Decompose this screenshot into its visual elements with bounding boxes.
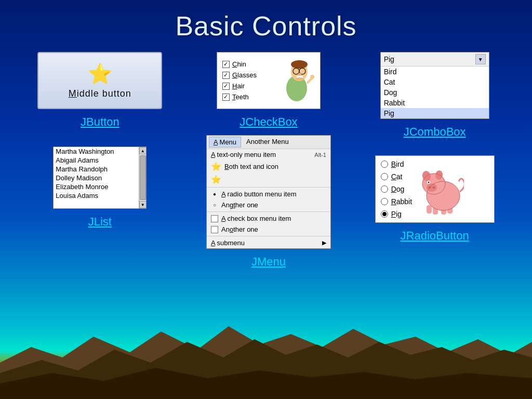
person-illustration <box>278 57 315 104</box>
pig-illustration <box>417 161 464 218</box>
jmenu-separator-1 <box>207 187 330 188</box>
jmenu-separator-3 <box>207 236 330 236</box>
submenu-arrow-icon: ▶ <box>322 240 326 246</box>
jcombobox-item-pig[interactable]: Pig <box>381 108 489 118</box>
svg-point-22 <box>428 182 430 183</box>
jmenu-separator-2 <box>207 211 330 212</box>
jmenu-bar: A Menu Another Menu <box>207 136 330 149</box>
jlist-scrollbar[interactable]: ▲ ▼ <box>139 147 146 208</box>
jbutton-text: Middle button <box>69 88 131 99</box>
checkbox-item-glasses[interactable]: Glasses <box>222 71 257 79</box>
radio-bird <box>381 161 388 168</box>
radio-dog <box>381 185 388 193</box>
jmenu-bar-item-another[interactable]: Another Menu <box>242 137 293 148</box>
radio-item-rabbit[interactable]: Rabbit <box>381 197 412 206</box>
jmenu-item-submenu[interactable]: A submenu ▶ <box>207 237 330 248</box>
radio-list: Bird Cat Dog Rabbit Pig <box>381 160 412 218</box>
jlist-label: JList <box>88 215 112 229</box>
jbutton-label: JButton <box>81 115 119 129</box>
jmenu-checkbox-2 <box>211 226 218 233</box>
jlist-widget[interactable]: Martha Washington Abigail Adams Martha R… <box>53 147 147 209</box>
radio-item-bird[interactable]: Bird <box>381 160 412 168</box>
svg-point-18 <box>427 183 437 192</box>
radio-item-dog[interactable]: Dog <box>381 185 412 193</box>
checkbox-glasses[interactable] <box>222 72 230 79</box>
jcombobox-item-rabbit[interactable]: Rabbit <box>381 98 489 108</box>
list-item[interactable]: Dolley Madison <box>54 174 139 182</box>
jcombobox-header: Pig ▼ <box>381 52 489 66</box>
jmenu-checkbox-1 <box>211 215 218 222</box>
middle-column: Chin Glasses Hair Teeth <box>206 52 331 269</box>
jcombobox-item-bird[interactable]: Bird <box>381 66 489 77</box>
radio-item-cat[interactable]: Cat <box>381 172 412 181</box>
jcheckbox-label: JCheckBox <box>240 115 297 129</box>
page-title: Basic Controls <box>0 0 532 47</box>
jmenu-label: JMenu <box>251 255 286 269</box>
jbutton-star-icon: ⭐ <box>88 62 112 85</box>
list-item[interactable]: Martha Randolph <box>54 165 139 174</box>
right-column: Pig ▼ Bird Cat Dog Rabbit Pig JComboBox … <box>375 52 495 243</box>
list-item[interactable]: Elizabeth Monroe <box>54 182 139 191</box>
jcombobox-list: Bird Cat Dog Rabbit Pig <box>381 66 489 118</box>
checkbox-item-hair[interactable]: Hair <box>222 82 257 90</box>
svg-point-11 <box>296 77 304 81</box>
jcombobox-label: JComboBox <box>404 125 466 139</box>
jmenu-item-radio-1[interactable]: A radio button menu item <box>207 189 330 200</box>
jmenu-item-checkbox-2[interactable]: Another one <box>207 224 330 235</box>
checkbox-chin[interactable] <box>222 61 230 68</box>
jmenu-item-text-only[interactable]: A text-only menu item Alt-1 <box>207 149 330 160</box>
star-icon-2: ⭐ <box>211 175 221 184</box>
checkbox-teeth[interactable] <box>222 94 230 101</box>
jmenu-radio-filled <box>211 191 218 198</box>
jcombobox-item-cat[interactable]: Cat <box>381 77 489 87</box>
jcombobox-dropdown-button[interactable]: ▼ <box>475 54 486 64</box>
checkbox-item-teeth[interactable]: Teeth <box>222 93 257 101</box>
svg-point-20 <box>433 187 435 189</box>
jcombobox-selected: Pig <box>384 55 473 63</box>
scrollbar-up-button[interactable]: ▲ <box>139 147 147 154</box>
list-item[interactable]: Louisa Adams <box>54 191 139 200</box>
scrollbar-thumb[interactable] <box>140 155 146 200</box>
radio-item-pig[interactable]: Pig <box>381 210 412 218</box>
jcombobox-item-dog[interactable]: Dog <box>381 87 489 98</box>
jcombobox-widget[interactable]: Pig ▼ Bird Cat Dog Rabbit Pig <box>380 52 489 119</box>
radio-cat <box>381 173 388 180</box>
jradio-label: JRadioButton <box>401 229 469 243</box>
jmenu-item-checkbox-1[interactable]: A check box menu item <box>207 213 330 224</box>
jcheckbox-widget[interactable]: Chin Glasses Hair Teeth <box>217 52 321 109</box>
jmenu-radio-empty <box>211 202 218 209</box>
jlist-items: Martha Washington Abigail Adams Martha R… <box>54 147 139 208</box>
radio-pig <box>381 210 388 218</box>
checkbox-hair[interactable] <box>222 83 230 90</box>
scrollbar-down-button[interactable]: ▼ <box>139 201 147 208</box>
jmenu-bar-item-menu[interactable]: A Menu <box>209 137 241 148</box>
checkbox-list: Chin Glasses Hair Teeth <box>222 60 257 101</box>
svg-point-13 <box>310 75 314 79</box>
svg-point-5 <box>291 60 308 69</box>
svg-point-9 <box>298 73 301 75</box>
svg-rect-26 <box>427 205 432 214</box>
jmenu-widget[interactable]: A Menu Another Menu A text-only menu ite… <box>206 135 331 249</box>
star-icon: ⭐ <box>211 162 221 171</box>
jbutton-widget[interactable]: ⭐ Middle button <box>37 52 162 109</box>
left-column: ⭐ Middle button JButton Martha Washingto… <box>37 52 162 229</box>
jmenu-item-radio-2[interactable]: Angther one <box>207 200 330 210</box>
list-item[interactable]: Abigail Adams <box>54 156 139 165</box>
jmenu-item-icon2[interactable]: ⭐ <box>207 173 330 186</box>
checkbox-item-chin[interactable]: Chin <box>222 60 257 68</box>
jradio-widget[interactable]: Bird Cat Dog Rabbit Pig <box>375 155 495 223</box>
jmenu-item-both[interactable]: ⭐ Both text and icon <box>207 160 330 173</box>
list-item[interactable]: Martha Washington <box>54 147 139 156</box>
radio-rabbit <box>381 198 388 205</box>
